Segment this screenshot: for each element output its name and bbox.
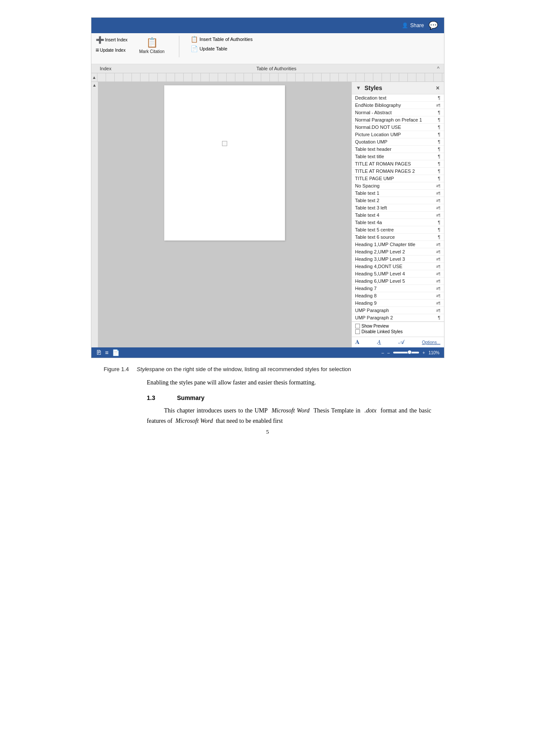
style-item-heading-4-ump[interactable]: Heading 4,DONT USE a¶ — [352, 263, 444, 270]
style-item-heading-7[interactable]: Heading 7 a¶ — [352, 285, 444, 292]
style-item-picture-location-ump[interactable]: Picture Location UMP ¶ — [352, 131, 444, 138]
outline-view-icon[interactable]: ≡ — [105, 349, 109, 356]
style-item-ump-paragraph-2[interactable]: UMP Paragraph 2 ¶ — [352, 314, 444, 322]
style-item-heading-2-ump[interactable]: Heading 2,UMP Level 2 a¶ — [352, 248, 444, 256]
style-item-heading-6-ump[interactable]: Heading 6,UMP Level 5 a¶ — [352, 278, 444, 285]
update-table-icon: 📄 — [191, 45, 198, 52]
zoom-minus-btn[interactable]: – — [382, 350, 384, 355]
status-bar-right: – – + 110% — [382, 350, 440, 355]
share-button[interactable]: 👤 Share — [402, 22, 424, 28]
update-index-icon: ≡ — [96, 47, 99, 53]
style-item-table-text-4[interactable]: Table text 4 a¶ — [352, 212, 444, 219]
show-preview-checkbox-box[interactable] — [355, 324, 360, 328]
style-item-normal-paragraph-preface[interactable]: Normal Paragraph on Preface 1 ¶ — [352, 116, 444, 124]
options-btn[interactable]: Options... — [422, 340, 441, 345]
style-item-table-text-6-source[interactable]: Table text 6 source ¶ — [352, 234, 444, 241]
summary-body-area: This chapter introduces users to the UMP… — [91, 406, 444, 426]
tab-bar: Index Table of Authorities ^ — [91, 64, 444, 73]
style-item-endnote-bibliography[interactable]: EndNote Bibliography a¶ — [352, 102, 444, 109]
style-item-ump-paragraph[interactable]: UMP Paragraph a¶ — [352, 307, 444, 314]
tab-index[interactable]: Index — [96, 64, 116, 73]
styles-panel-footer: Show Preview Disable Linked Styles — [352, 322, 444, 337]
screenshot-area: 👤 Share 💬 ➕ Insert Index ≡ Update Index — [91, 17, 444, 358]
page-number: 5 — [266, 428, 269, 435]
figure-caption: Figure 1.4 Stylespane on the right side … — [104, 365, 432, 374]
disable-linked-label: Disable Linked Styles — [362, 329, 403, 334]
figure-caption-area: Figure 1.4 Stylespane on the right side … — [91, 365, 444, 374]
style-item-title-page-ump[interactable]: TITLE PAGE UMP ¶ — [352, 175, 444, 182]
style-item-heading-5-ump[interactable]: Heading 5,UMP Level 4 a¶ — [352, 270, 444, 278]
document-area: ▲ ▼ Styles × — [91, 82, 444, 347]
disable-linked-checkbox-box[interactable] — [355, 329, 360, 334]
style-item-table-text-4a[interactable]: Table text 4a ¶ — [352, 219, 444, 226]
style-item-table-text-header[interactable]: Table text header ¶ — [352, 146, 444, 153]
read-view-icon[interactable]: 📄 — [112, 349, 119, 356]
show-preview-label: Show Preview — [362, 324, 389, 328]
style-item-heading-8[interactable]: Heading 8 a¶ — [352, 292, 444, 300]
page-number-area: 5 — [91, 426, 444, 438]
manage-styles-btn[interactable]: 𝒜 — [399, 339, 404, 346]
enabling-para: Enabling the styles pane will allow fast… — [147, 378, 432, 387]
styles-list[interactable]: Dedication text ¶ EndNote Bibliography a… — [352, 94, 444, 322]
ribbon-top-bar: 👤 Share 💬 — [91, 18, 444, 33]
style-inspector-btn[interactable]: 𝐴̲ — [377, 339, 381, 346]
status-bar-left: 🖹 ≡ 📄 — [96, 349, 119, 356]
style-item-heading-1-ump[interactable]: Heading 1,UMP Chapter title a¶ — [352, 241, 444, 248]
mark-citation-btn[interactable]: 📋 Mark Citation — [136, 36, 168, 55]
zoom-plus-btn[interactable]: + — [422, 350, 425, 355]
section-num: 1.3 — [147, 394, 164, 401]
figure-title-italic: Styles — [137, 366, 152, 372]
new-style-btn[interactable]: 𝐀 — [355, 339, 360, 346]
style-item-heading-3-ump[interactable]: Heading 3,UMP Level 3 a¶ — [352, 256, 444, 263]
disable-linked-styles-checkbox[interactable]: Disable Linked Styles — [355, 329, 441, 334]
style-item-table-text-5-centre[interactable]: Table text 5 centre ¶ — [352, 226, 444, 234]
style-item-table-text-1[interactable]: Table text 1 a¶ — [352, 190, 444, 197]
style-item-heading-9[interactable]: Heading 9 a¶ — [352, 300, 444, 307]
zoom-thumb — [407, 350, 412, 354]
scroll-up-arrow[interactable]: ▲ — [91, 82, 97, 88]
doc-page-checkbox — [222, 141, 227, 146]
style-item-title-at-roman-pages[interactable]: TITLE AT ROMAN PAGES ¶ — [352, 160, 444, 168]
update-table-label: Update Table — [200, 46, 228, 51]
tab-collapse-arrow[interactable]: ^ — [437, 66, 440, 72]
summary-para: This chapter introduces users to the UMP… — [147, 406, 432, 426]
style-item-quotation-ump[interactable]: Quotation UMP ¶ — [352, 138, 444, 146]
ribbon-bar: ➕ Insert Index ≡ Update Index 📋 Mark Cit… — [91, 33, 444, 64]
show-preview-checkbox[interactable]: Show Preview — [355, 324, 441, 328]
style-item-no-spacing[interactable]: No Spacing a¶ — [352, 182, 444, 190]
page-layout-icon[interactable]: 🖹 — [96, 349, 102, 356]
update-table-btn[interactable]: 📄 Update Table — [191, 45, 228, 52]
zoom-slider[interactable] — [393, 352, 419, 353]
style-item-table-text-title[interactable]: Table text title ¶ — [352, 153, 444, 160]
insert-table-label: Insert Table of Authorities — [200, 37, 253, 42]
person-icon: 👤 — [402, 22, 408, 28]
insert-index-btn[interactable]: ➕ Insert Index — [96, 36, 128, 44]
update-index-btn-row: ≡ Update Index — [96, 47, 126, 53]
vertical-scrollbar[interactable]: ▲ — [91, 82, 98, 347]
tab-table-authorities[interactable]: Table of Authorities — [116, 64, 437, 73]
style-item-title-at-roman-pages-2[interactable]: TITLE AT ROMAN PAGES 2 ¶ — [352, 168, 444, 175]
comment-icon[interactable]: 💬 — [429, 21, 438, 30]
style-item-dedication-text[interactable]: Dedication text ¶ — [352, 94, 444, 102]
figure-caption-suffix: pane on the right side of the window, li… — [152, 366, 351, 372]
ruler-area: ▲ — [91, 73, 444, 82]
styles-panel-actions: 𝐀 𝐴̲ 𝒜 Options... — [352, 337, 444, 347]
insert-index-label: Insert Index — [105, 37, 128, 42]
style-item-normal-abstract[interactable]: Normal - Abstract ¶ — [352, 109, 444, 116]
insert-table-btn[interactable]: 📋 Insert Table of Authorities — [191, 36, 253, 43]
styles-panel-close[interactable]: × — [436, 84, 439, 91]
mark-citation-icon: 📋 — [146, 37, 158, 48]
insert-table-icon: 📋 — [191, 36, 198, 43]
index-group: ➕ Insert Index ≡ Update Index — [96, 36, 128, 53]
style-item-table-text-3-left[interactable]: Table text 3 left a¶ — [352, 204, 444, 212]
figure-num: Figure 1.4 — [104, 366, 129, 372]
status-bar: 🖹 ≡ 📄 – – + 110% — [91, 347, 444, 358]
ruler-scroll-arrow[interactable]: ▲ — [92, 75, 97, 80]
styles-panel-header: ▼ Styles × — [352, 82, 444, 94]
style-item-table-text-2[interactable]: Table text 2 a¶ — [352, 197, 444, 204]
style-item-normal-do-not-use[interactable]: Normal.DO NOT USE ¶ — [352, 124, 444, 131]
ribbon-divider-1 — [179, 36, 179, 57]
update-index-btn[interactable]: ≡ Update Index — [96, 47, 126, 53]
zoom-level: 110% — [429, 350, 440, 355]
styles-panel-arrow[interactable]: ▼ — [356, 85, 361, 91]
